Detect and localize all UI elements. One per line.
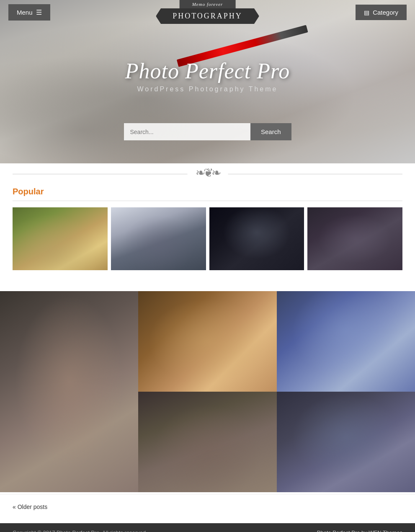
logo-tagline: Memo forever [180, 0, 236, 8]
list-item[interactable] [13, 207, 108, 279]
category-button[interactable]: ▤ Category [356, 5, 407, 20]
search-area: Search [124, 123, 291, 140]
list-icon: ▤ [364, 9, 369, 16]
menu-button[interactable]: Menu ☰ [8, 4, 50, 21]
popular-section: Popular [0, 183, 415, 291]
list-item[interactable] [138, 291, 276, 392]
list-item[interactable] [111, 207, 206, 279]
main-photo-grid [0, 291, 415, 492]
list-item[interactable] [277, 291, 415, 392]
popular-title: Popular [13, 187, 402, 201]
older-posts-link[interactable]: « Older posts [13, 504, 47, 510]
list-item[interactable] [209, 207, 304, 279]
divider-ornament: ❧❦❧ [187, 167, 228, 179]
site-title: Photo Perfect Pro [125, 59, 290, 83]
logo-area: Memo forever Photography [156, 0, 259, 24]
logo-photography: Photography [156, 8, 259, 24]
site-tagline: WordPress Photography Theme [125, 85, 290, 93]
site-footer: Copyright © 2017 Photo Perfect Pro. All … [0, 523, 415, 532]
site-header: Menu ☰ Memo forever Photography ▤ Catego… [0, 0, 415, 163]
list-item[interactable] [307, 207, 402, 279]
popular-grid [13, 207, 402, 279]
category-label: Category [373, 9, 398, 16]
list-item[interactable] [0, 291, 138, 492]
divider-section: ❧❦❧ [0, 163, 415, 183]
list-item[interactable] [277, 392, 415, 492]
top-navigation: Menu ☰ Memo forever Photography ▤ Catego… [0, 0, 415, 25]
search-input[interactable] [124, 123, 250, 140]
hamburger-icon: ☰ [36, 8, 42, 16]
list-item[interactable] [138, 392, 276, 492]
menu-label: Menu [17, 9, 33, 16]
pagination-area: « Older posts [0, 494, 415, 519]
footer-copyright: Copyright © 2017 Photo Perfect Pro. All … [13, 529, 147, 532]
search-button[interactable]: Search [250, 123, 291, 140]
site-title-area: Photo Perfect Pro WordPress Photography … [125, 59, 290, 93]
footer-credit: Photo Perfect Pro by WEN Themes [317, 529, 402, 532]
